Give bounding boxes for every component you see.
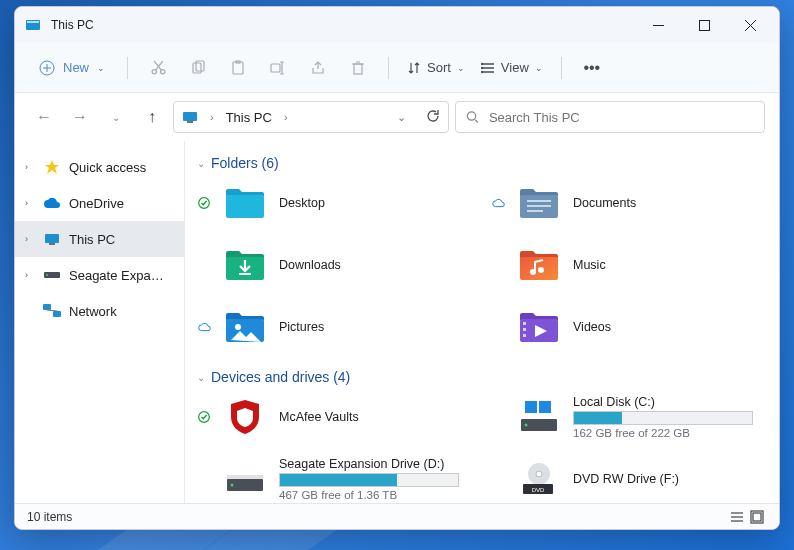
sidebar-label: Quick access bbox=[69, 160, 146, 175]
sidebar-item-seagate[interactable]: › Seagate Expansion Drive (D:) bbox=[15, 257, 184, 293]
address-bar[interactable]: › This PC › ⌄ bbox=[173, 101, 449, 133]
folder-tile-music[interactable]: Music bbox=[491, 243, 767, 287]
section-header-folders[interactable]: ⌄ Folders (6) bbox=[197, 155, 767, 171]
star-icon bbox=[43, 158, 61, 176]
svg-rect-21 bbox=[354, 64, 362, 74]
folder-tile-pictures[interactable]: Pictures bbox=[197, 305, 473, 349]
svg-point-32 bbox=[467, 112, 475, 120]
svg-rect-31 bbox=[187, 121, 193, 123]
folder-tile-documents[interactable]: Documents bbox=[491, 181, 767, 225]
chevron-down-icon: ⌄ bbox=[535, 63, 543, 73]
this-pc-icon bbox=[182, 109, 198, 125]
delete-button[interactable] bbox=[340, 53, 376, 83]
up-button[interactable]: ↑ bbox=[137, 102, 167, 132]
search-icon bbox=[466, 110, 479, 124]
view-button[interactable]: View ⌄ bbox=[475, 56, 549, 79]
sidebar-label: OneDrive bbox=[69, 196, 124, 211]
svg-point-52 bbox=[538, 267, 544, 273]
status-bar: 10 items bbox=[15, 503, 779, 529]
drive-free-space: 162 GB free of 222 GB bbox=[573, 427, 753, 439]
maximize-button[interactable] bbox=[681, 10, 727, 40]
titlebar: This PC bbox=[15, 7, 779, 43]
svg-rect-47 bbox=[527, 210, 543, 212]
chevron-right-icon: › bbox=[25, 234, 35, 244]
cut-button[interactable] bbox=[140, 53, 176, 83]
divider bbox=[388, 57, 389, 79]
svg-text:DVD: DVD bbox=[532, 487, 545, 493]
folder-name: Desktop bbox=[279, 196, 325, 210]
chevron-right-icon: › bbox=[280, 111, 292, 123]
sidebar-item-onedrive[interactable]: › OneDrive bbox=[15, 185, 184, 221]
app-icon bbox=[25, 17, 41, 33]
toolbar: New ⌄ Sort ⌄ View ⌄ ••• bbox=[15, 43, 779, 93]
folder-tile-downloads[interactable]: Downloads bbox=[197, 243, 473, 287]
drive-tile-dvd[interactable]: DVD DVD RW Drive (F:) bbox=[491, 457, 767, 501]
sort-button[interactable]: Sort ⌄ bbox=[401, 56, 471, 79]
music-icon bbox=[519, 245, 559, 285]
drive-tile-local-c[interactable]: Local Disk (C:) 162 GB free of 222 GB bbox=[491, 395, 767, 439]
address-crumb[interactable]: This PC bbox=[226, 110, 272, 125]
svg-rect-57 bbox=[523, 328, 526, 331]
chevron-right-icon: › bbox=[25, 198, 35, 208]
new-button[interactable]: New ⌄ bbox=[29, 54, 115, 82]
new-label: New bbox=[63, 60, 89, 75]
view-details-button[interactable] bbox=[727, 507, 747, 527]
overflow-button[interactable]: ••• bbox=[574, 53, 610, 83]
divider bbox=[561, 57, 562, 79]
folder-name: Downloads bbox=[279, 258, 341, 272]
view-tiles-button[interactable] bbox=[747, 507, 767, 527]
minimize-button[interactable] bbox=[635, 10, 681, 40]
recent-dropdown[interactable]: ⌄ bbox=[101, 102, 131, 132]
refresh-button[interactable] bbox=[426, 109, 440, 126]
folder-name: Videos bbox=[573, 320, 611, 334]
svg-rect-15 bbox=[233, 62, 243, 74]
chevron-down-icon: ⌄ bbox=[97, 63, 105, 73]
chevron-down-icon: ⌄ bbox=[197, 158, 205, 169]
search-input[interactable] bbox=[489, 110, 754, 125]
network-icon bbox=[43, 302, 61, 320]
folder-tile-desktop[interactable]: Desktop bbox=[197, 181, 473, 225]
svg-point-51 bbox=[530, 269, 536, 275]
drive-free-space: 467 GB free of 1.36 TB bbox=[279, 489, 459, 501]
svg-rect-45 bbox=[527, 200, 551, 202]
sidebar-item-this-pc[interactable]: › This PC bbox=[15, 221, 184, 257]
close-button[interactable] bbox=[727, 10, 773, 40]
sidebar-item-network[interactable]: › Network bbox=[15, 293, 184, 329]
drive-name: McAfee Vaults bbox=[279, 410, 359, 424]
sync-status-icon bbox=[197, 197, 211, 209]
view-label: View bbox=[501, 60, 529, 75]
svg-rect-17 bbox=[271, 64, 280, 72]
sidebar-item-quick-access[interactable]: › Quick access bbox=[15, 149, 184, 185]
copy-button[interactable] bbox=[180, 53, 216, 83]
paste-button[interactable] bbox=[220, 53, 256, 83]
share-button[interactable] bbox=[300, 53, 336, 83]
section-title: Folders (6) bbox=[211, 155, 279, 171]
section-header-drives[interactable]: ⌄ Devices and drives (4) bbox=[197, 369, 767, 385]
drives-grid: McAfee Vaults Local Disk (C:) 162 GB fre… bbox=[197, 395, 767, 501]
folder-name: Music bbox=[573, 258, 606, 272]
sidebar-label: Seagate Expansion Drive (D:) bbox=[69, 268, 164, 283]
dvd-drive-icon: DVD bbox=[519, 459, 559, 499]
pictures-icon bbox=[225, 307, 265, 347]
drive-name: DVD RW Drive (F:) bbox=[573, 472, 679, 486]
folders-grid: Desktop Documents Downloads bbox=[197, 181, 767, 349]
search-box[interactable] bbox=[455, 101, 765, 133]
drive-tile-seagate[interactable]: Seagate Expansion Drive (D:) 467 GB free… bbox=[197, 457, 473, 501]
rename-button[interactable] bbox=[260, 53, 296, 83]
back-button[interactable]: ← bbox=[29, 102, 59, 132]
item-count: 10 items bbox=[27, 510, 72, 524]
svg-point-62 bbox=[525, 424, 528, 427]
documents-icon bbox=[519, 183, 559, 223]
drive-name: Local Disk (C:) bbox=[573, 395, 753, 409]
sidebar-label: Network bbox=[69, 304, 117, 319]
downloads-icon bbox=[225, 245, 265, 285]
drive-tile-mcafee[interactable]: McAfee Vaults bbox=[197, 395, 473, 439]
chevron-down-icon[interactable]: ⌄ bbox=[393, 111, 410, 124]
svg-rect-39 bbox=[43, 304, 51, 310]
folder-tile-videos[interactable]: Videos bbox=[491, 305, 767, 349]
forward-button[interactable]: → bbox=[65, 102, 95, 132]
sidebar: › Quick access › OneDrive › This PC › Se… bbox=[15, 141, 185, 503]
svg-line-41 bbox=[47, 310, 57, 311]
drive-icon bbox=[43, 266, 61, 284]
local-disk-icon bbox=[519, 397, 559, 437]
